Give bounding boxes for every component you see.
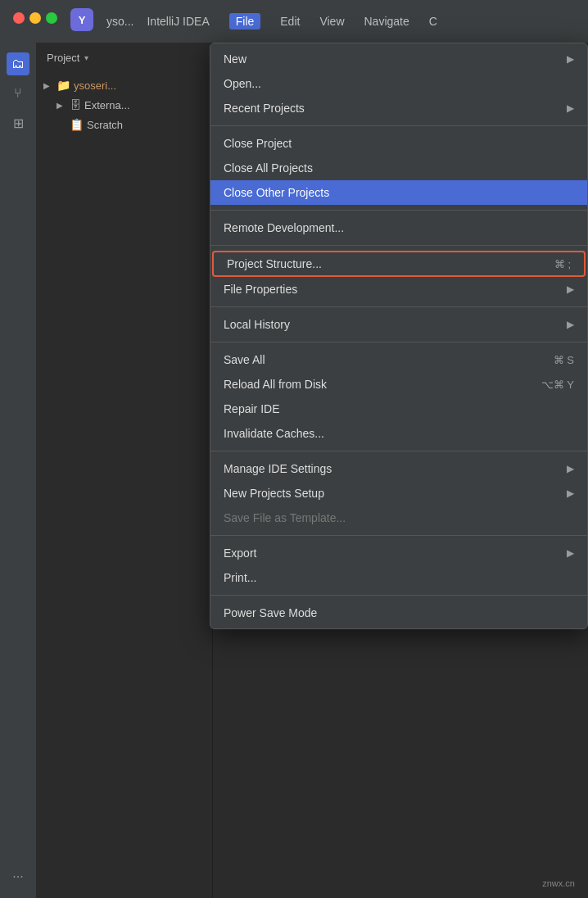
menu-export[interactable]: Export ▶ [210, 541, 587, 565]
menu-project-structure[interactable]: Project Structure... ⌘ ; [212, 251, 586, 277]
menu-project-structure-label: Project Structure... [227, 257, 322, 270]
menu-remote-dev[interactable]: Remote Development... [210, 215, 587, 240]
folder-icon: 📁 [57, 79, 70, 92]
menu-section-8: Export ▶ Print... [210, 537, 587, 593]
menu-edit[interactable]: Edit [280, 15, 300, 28]
menu-invalidate-caches[interactable]: Invalidate Caches... [210, 421, 587, 446]
chevron-down-icon: ▾ [84, 53, 88, 62]
menu-c[interactable]: C [429, 15, 437, 28]
menu-save-all-label: Save All [224, 353, 265, 366]
file-dropdown: New ▶ Open... Recent Projects ▶ Close Pr… [210, 43, 588, 629]
menu-navigate[interactable]: Navigate [364, 15, 409, 28]
tree-item-ysoseri[interactable]: ▶ 📁 ysoseri... [37, 75, 212, 95]
menu-file[interactable]: File [229, 13, 261, 29]
project-icon[interactable]: 🗂 [7, 52, 29, 75]
menu-repair-label: Repair IDE [224, 402, 279, 415]
watermark: znwx.cn [542, 878, 575, 888]
menu-close-all-projects[interactable]: Close All Projects [210, 156, 587, 180]
menu-section-1: New ▶ Open... Recent Projects ▶ [210, 43, 587, 124]
project-tree: ▶ 📁 ysoseri... ▶ 🗄 Externa... ▶ 📋 Scratc… [37, 72, 212, 138]
menu-section-2: Close Project Close All Projects Close O… [210, 128, 587, 208]
tree-label-ysoseri: ysoseri... [74, 79, 116, 92]
menu-section-4: Project Structure... ⌘ ; File Properties… [210, 247, 587, 305]
menu-recent-arrow: ▶ [567, 102, 574, 114]
menu-project-structure-shortcut: ⌘ ; [554, 258, 571, 270]
menu-view[interactable]: View [319, 15, 344, 28]
divider-6 [210, 451, 587, 451]
menu-intellij[interactable]: IntelliJ IDEA [147, 15, 209, 28]
menu-print[interactable]: Print... [210, 565, 587, 590]
menu-power-save[interactable]: Power Save Mode [210, 601, 587, 625]
menu-export-label: Export [224, 547, 256, 560]
external-icon: 🗄 [70, 98, 81, 111]
menu-manage-ide-arrow: ▶ [567, 463, 574, 474]
menu-export-arrow: ▶ [567, 547, 574, 559]
project-panel: Project ▾ ▶ 📁 ysoseri... ▶ 🗄 Externa... … [37, 43, 213, 898]
menu-file-props-arrow: ▶ [567, 283, 574, 295]
menu-new-label: New [224, 52, 247, 66]
menu-recent-label: Recent Projects [224, 102, 305, 115]
menu-file-properties[interactable]: File Properties ▶ [210, 277, 587, 302]
menu-section-6: Save All ⌘ S Reload All from Disk ⌥⌘ Y R… [210, 344, 587, 449]
tree-label-scratch: Scratch [87, 119, 123, 131]
divider-5 [210, 342, 587, 342]
menu-close-project[interactable]: Close Project [210, 131, 587, 156]
more-icon-container: ··· [7, 865, 29, 888]
menu-new-projects-arrow: ▶ [567, 488, 574, 499]
menu-local-history-label: Local History [224, 318, 290, 331]
menu-local-history[interactable]: Local History ▶ [210, 312, 587, 337]
menu-open[interactable]: Open... [210, 71, 587, 96]
menu-new[interactable]: New ▶ [210, 47, 587, 71]
divider-2 [210, 210, 587, 211]
menu-print-label: Print... [224, 571, 256, 584]
maximize-button[interactable] [46, 12, 57, 24]
menu-new-projects-label: New Projects Setup [224, 487, 324, 500]
menu-recent-projects[interactable]: Recent Projects ▶ [210, 96, 587, 120]
tree-item-scratch[interactable]: ▶ 📋 Scratch [37, 115, 212, 134]
sidebar: 🗂 ⑂ ⊞ ··· [0, 43, 37, 898]
menu-save-as-template: Save File as Template... [210, 506, 587, 530]
menu-repair-ide[interactable]: Repair IDE [210, 397, 587, 421]
scratch-icon: 📋 [70, 118, 84, 131]
divider-7 [210, 535, 587, 536]
project-title: Project [47, 52, 79, 64]
divider-4 [210, 306, 587, 307]
menu-bar: IntelliJ IDEA File Edit View Navigate C [147, 13, 436, 29]
menu-reload-disk[interactable]: Reload All from Disk ⌥⌘ Y [210, 372, 587, 397]
menu-close-all-label: Close All Projects [224, 161, 313, 175]
menu-manage-ide[interactable]: Manage IDE Settings ▶ [210, 456, 587, 481]
menu-close-other-projects[interactable]: Close Other Projects [210, 180, 587, 205]
menu-remote-label: Remote Development... [224, 221, 344, 234]
menu-save-all-shortcut: ⌘ S [554, 354, 574, 366]
divider-8 [210, 595, 587, 596]
menu-invalidate-label: Invalidate Caches... [224, 427, 324, 440]
tree-item-external[interactable]: ▶ 🗄 Externa... [37, 95, 212, 115]
close-button[interactable] [13, 12, 25, 24]
tree-arrow-icon: ▶ [43, 81, 53, 90]
menu-open-label: Open... [224, 77, 261, 90]
more-icon[interactable]: ··· [7, 865, 29, 888]
git-icon[interactable]: ⑂ [7, 82, 29, 105]
menu-new-projects-setup[interactable]: New Projects Setup ▶ [210, 481, 587, 506]
username-label: yso... [106, 15, 133, 28]
tree-label-external: Externa... [84, 99, 130, 111]
menu-new-arrow: ▶ [567, 53, 574, 65]
tree-arrow-external-icon: ▶ [57, 101, 66, 110]
traffic-lights [13, 12, 57, 24]
menu-close-other-label: Close Other Projects [224, 186, 329, 199]
minimize-button[interactable] [29, 12, 41, 24]
project-header: Project ▾ [37, 43, 212, 72]
divider-1 [210, 125, 587, 126]
menu-reload-shortcut: ⌥⌘ Y [541, 379, 574, 391]
menu-section-5: Local History ▶ [210, 309, 587, 340]
menu-manage-ide-label: Manage IDE Settings [224, 462, 332, 475]
menu-section-7: Manage IDE Settings ▶ New Projects Setup… [210, 453, 587, 533]
menu-local-history-arrow: ▶ [567, 319, 574, 330]
menu-save-all[interactable]: Save All ⌘ S [210, 347, 587, 372]
menu-reload-label: Reload All from Disk [224, 378, 327, 391]
menu-power-save-label: Power Save Mode [224, 606, 317, 619]
structure-icon[interactable]: ⊞ [7, 111, 29, 134]
titlebar: Y yso... IntelliJ IDEA File Edit View Na… [0, 0, 588, 43]
menu-section-3: Remote Development... [210, 212, 587, 243]
menu-save-template-label: Save File as Template... [224, 511, 346, 524]
